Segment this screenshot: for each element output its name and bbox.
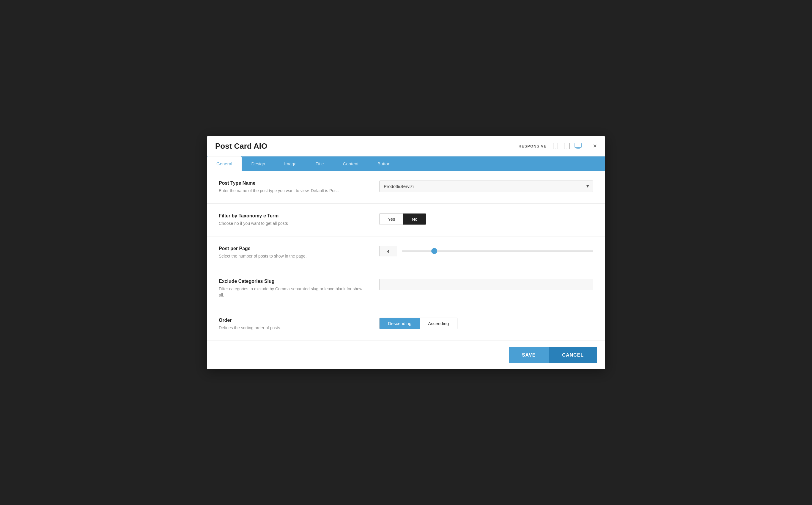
filter-yes-button[interactable]: Yes	[379, 213, 403, 224]
filter-no-button[interactable]: No	[403, 213, 426, 224]
section-order: Order Defines the sorting order of posts…	[207, 308, 605, 341]
responsive-label: RESPONSIVE	[519, 144, 547, 148]
svg-point-1	[555, 148, 556, 148]
filter-taxonomy-label: Filter by Taxonomy e Term Choose no if y…	[219, 213, 367, 227]
tab-content[interactable]: Content	[333, 156, 368, 171]
section-exclude-categories: Exclude Categories Slug Filter categorie…	[207, 269, 605, 308]
post-type-select-wrapper: Post Prodotti/Servizi Page ▼	[379, 181, 593, 192]
post-type-label: Post Type Name Enter the name of the pos…	[219, 181, 367, 194]
tab-button[interactable]: Button	[368, 156, 400, 171]
section-post-type: Post Type Name Enter the name of the pos…	[207, 171, 605, 204]
section-filter-taxonomy: Filter by Taxonomy e Term Choose no if y…	[207, 204, 605, 236]
desktop-icon[interactable]	[574, 142, 582, 150]
descending-button[interactable]: Descending	[379, 318, 420, 329]
ascending-button[interactable]: Ascending	[420, 318, 457, 329]
exclude-categories-control	[379, 279, 593, 290]
slider-wrapper: 4	[379, 246, 593, 257]
device-icons	[551, 142, 582, 150]
post-type-select[interactable]: Post Prodotti/Servizi Page	[379, 181, 593, 192]
post-per-page-control: 4	[379, 246, 593, 257]
close-button[interactable]: ×	[593, 143, 597, 149]
tablet-icon[interactable]	[563, 142, 571, 150]
filter-taxonomy-toggle: Yes No	[379, 213, 426, 225]
slider-value-display: 4	[379, 246, 397, 257]
order-control: Descending Ascending	[379, 318, 593, 329]
section-post-per-page: Post per Page Select the number of posts…	[207, 236, 605, 269]
modal-header: Post Card AIO RESPONSIVE	[207, 136, 605, 156]
post-type-control: Post Prodotti/Servizi Page ▼	[379, 181, 593, 192]
exclude-categories-input[interactable]	[379, 279, 593, 290]
modal-title: Post Card AIO	[215, 142, 267, 151]
modal-footer: SAVE CANCEL	[207, 341, 605, 369]
tab-general[interactable]: General	[207, 156, 242, 171]
header-right: RESPONSIVE	[519, 142, 597, 150]
save-button[interactable]: SAVE	[509, 347, 549, 363]
cancel-button[interactable]: CANCEL	[549, 347, 597, 363]
filter-taxonomy-control: Yes No	[379, 213, 593, 225]
modal-overlay: Post Card AIO RESPONSIVE	[0, 0, 812, 505]
modal-body: Post Type Name Enter the name of the pos…	[207, 171, 605, 341]
svg-rect-4	[575, 143, 581, 148]
tab-image[interactable]: Image	[275, 156, 306, 171]
modal-container: Post Card AIO RESPONSIVE	[207, 136, 605, 369]
mobile-icon[interactable]	[551, 142, 560, 150]
tab-design[interactable]: Design	[242, 156, 275, 171]
tab-title[interactable]: Title	[306, 156, 333, 171]
tabs-bar: General Design Image Title Content Butto…	[207, 156, 605, 171]
order-toggle: Descending Ascending	[379, 318, 458, 329]
svg-point-3	[566, 148, 567, 148]
post-per-page-slider[interactable]	[402, 250, 593, 251]
exclude-categories-label: Exclude Categories Slug Filter categorie…	[219, 279, 367, 298]
order-label: Order Defines the sorting order of posts…	[219, 318, 367, 331]
post-per-page-label: Post per Page Select the number of posts…	[219, 246, 367, 259]
